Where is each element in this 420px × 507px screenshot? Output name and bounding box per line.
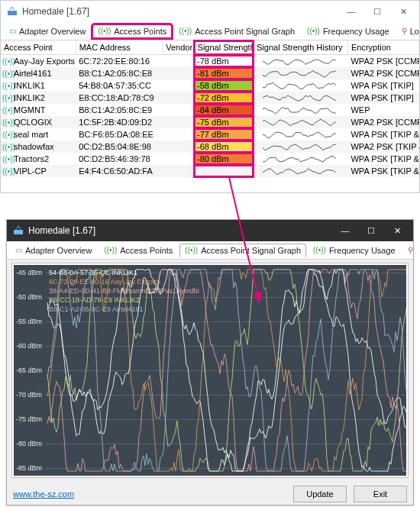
update-button[interactable]: Update [293,486,347,502]
tab-access-point-signal-graph[interactable]: ((•))Access Point Signal Graph [179,244,306,257]
tab-frequency-usage[interactable]: ((•))Frequency Usage [302,24,395,38]
tab-adapter-overview[interactable]: ▭Adapter Overview [10,244,97,257]
tab-bar: ▭Adapter Overview((•))Access Points((•))… [7,241,413,260]
wifi-icon: ((•)) [2,118,11,127]
column-header[interactable]: MAC Address [76,40,163,55]
window-title: Homedale [1.67] [22,6,338,17]
tab-location[interactable]: ⚲Location [402,244,413,257]
wifi-icon: ((•)) [2,167,11,176]
website-link[interactable]: www.the-sz.com [13,489,74,499]
app-icon [13,224,24,237]
table-row[interactable]: ((•))seal martBC:F6:85:DA:08:EE-77 dBmWP… [1,128,419,140]
y-tick: -50 dBm [16,293,42,301]
column-header[interactable]: Encryption [347,40,418,55]
tab-location[interactable]: ⚲Location [396,24,419,38]
table-row[interactable]: ((•))INKLIK154:B8:0A:57:35:CC-58 dBmWPA … [1,79,419,92]
wifi-icon: ((•)) [2,155,11,163]
window-signal-graph: Homedale [1.67] — ☐ ✕ ▭Adapter Overview(… [6,219,414,505]
minimize-button[interactable]: — [338,4,364,19]
tab-bar: ▭Adapter Overview((•))Access Points((•))… [1,22,419,40]
table-row[interactable]: ((•))Aay-Jay Exports6C:72:20:EE:80:16-78… [1,55,419,68]
access-point-table: Access PointMAC AddressVendorSignal Stre… [1,40,419,177]
window-access-points: Homedale [1.67] — ☐ ✕ ▭Adapter Overview(… [0,0,420,193]
minimize-button[interactable]: — [332,223,358,238]
tab-access-point-signal-graph[interactable]: ((•))Access Point Signal Graph [173,24,300,38]
y-tick: -80 dBm [16,440,42,447]
wifi-icon: ((•)) [2,69,11,78]
titlebar[interactable]: Homedale [1.67] — ☐ ✕ [7,220,413,241]
y-tick: -65 dBm [16,367,42,374]
graph-panel: 54-B8-0A-57-35-CC INKLIK16C-72-20-EE-80-… [11,263,409,478]
column-header[interactable]: Vendor [163,40,194,55]
y-tick: -75 dBm [16,415,42,423]
y-tick: -45 dBm [16,269,42,276]
column-header[interactable]: Signal Strength History [254,40,348,55]
tab-access-points[interactable]: ((•))Access Points [99,244,178,257]
table-row[interactable]: ((•))Tractors20C:D2:B5:46:39:78-80 dBmWP… [1,153,419,165]
y-tick: -85 dBm [16,464,42,472]
close-button[interactable]: ✕ [390,4,416,19]
wifi-icon: ((•)) [2,131,11,139]
app-icon [7,5,18,18]
footer-bar: www.the-sz.com Update Exit [7,483,413,507]
table-row[interactable]: ((•))shadowfax0C:D2:B5:04:8E:98-68 dBmWP… [1,140,419,153]
maximize-button[interactable]: ☐ [364,4,390,19]
tab-access-points[interactable]: ((•))Access Points [92,24,172,38]
table-row[interactable]: ((•))QCLOGIX1C:5F:2B:4D:09:D2-75 dBmWPA2… [1,116,419,128]
wifi-icon: ((•)) [2,82,11,90]
wifi-icon: ((•)) [2,57,11,66]
wifi-icon: ((•)) [2,94,11,102]
y-tick: -55 dBm [16,318,42,325]
wifi-icon: ((•)) [2,143,11,151]
signal-graph[interactable]: 54-B8-0A-57-35-CC INKLIK16C-72-20-EE-80-… [14,265,406,476]
close-button[interactable]: ✕ [384,223,410,238]
svg-rect-0 [8,11,17,15]
column-header[interactable]: Access Point [1,40,76,55]
svg-rect-1 [14,230,23,234]
window-title: Homedale [1.67] [28,225,332,236]
wifi-icon: ((•)) [2,106,11,115]
tab-frequency-usage[interactable]: ((•))Frequency Usage [308,244,401,257]
y-tick: -70 dBm [16,391,42,399]
maximize-button[interactable]: ☐ [358,223,384,238]
titlebar[interactable]: Homedale [1.67] — ☐ ✕ [1,1,419,22]
tab-adapter-overview[interactable]: ▭Adapter Overview [4,24,91,38]
exit-button[interactable]: Exit [354,486,407,502]
table-row[interactable]: ((•))VIPL-CPE4:F4:C6:50:AD:FAWPA PSK [TK… [1,165,419,177]
column-header[interactable]: Signal Strength [194,40,253,55]
table-row[interactable]: ((•))MGMNTB8:C1:A2:05:8C:E9-84 dBmWEP [1,104,419,116]
table-row[interactable]: ((•))Airtel4161B8:C1:A2:05:8C:E8-81 dBmW… [1,67,419,79]
table-row[interactable]: ((•))INKLIK2E8:CC:18:AD:78:C9-72 dBmWPA … [1,92,419,104]
y-tick: -60 dBm [16,342,42,350]
